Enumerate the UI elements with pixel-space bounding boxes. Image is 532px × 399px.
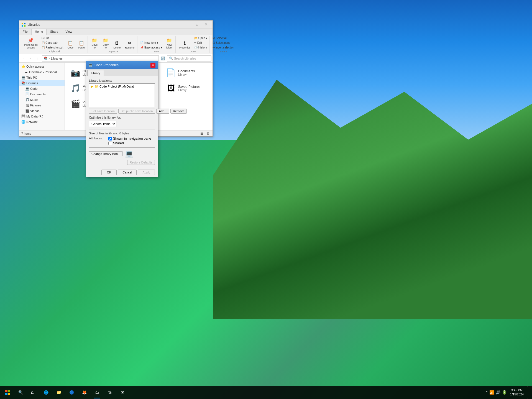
rename-button[interactable]: ✏ Rename <box>123 39 136 50</box>
close-button[interactable]: ✕ <box>201 22 210 27</box>
paste-shortcut-button[interactable]: 📋 Paste shortcut <box>40 45 65 50</box>
pin-to-quick-access-button[interactable]: 📌 Pin to Quickaccess <box>22 36 39 50</box>
open-col: 📂 Open ▾ ✏ Edit 🕒 History <box>193 36 208 50</box>
sidebar-item-code[interactable]: 💻 Code <box>19 86 65 91</box>
shared-checkbox[interactable] <box>108 142 112 145</box>
system-clock[interactable]: 3:45 PM 1/15/2024 <box>508 388 526 397</box>
tab-view[interactable]: View <box>62 29 76 35</box>
search-box[interactable]: 🔍 Search Libraries <box>167 55 211 62</box>
location-item[interactable]: ▶ 📁 Code Project (F:\MyData) <box>89 84 155 89</box>
sidebar-item-onedrive[interactable]: ☁ OneDrive - Personal <box>19 69 65 75</box>
change-icon-button[interactable]: Change library icon... <box>89 151 123 156</box>
taskbar-app-store[interactable]: 🛍 <box>104 386 116 398</box>
set-public-save-button[interactable]: Set public save location <box>118 109 155 114</box>
optimize-select[interactable]: General items <box>89 121 116 127</box>
remove-button[interactable]: Remove <box>170 109 187 114</box>
dialog-close-button[interactable]: ✕ <box>150 63 155 68</box>
start-button[interactable] <box>1 386 14 399</box>
taskbar-app-files[interactable]: 🗂 <box>91 386 103 398</box>
shown-in-nav-checkbox[interactable] <box>108 137 112 140</box>
new-item-button[interactable]: 📄 New item ▾ <box>139 41 163 45</box>
taskbar-app-chrome[interactable]: 🔵 <box>65 386 78 398</box>
cancel-button[interactable]: Cancel <box>118 170 137 175</box>
search-taskbar-button[interactable]: 🔍 <box>14 386 27 398</box>
videos-icon: 🎬 <box>25 109 29 113</box>
copy-to-button[interactable]: 📁 Copyto <box>101 36 111 50</box>
chevron-up-icon[interactable]: ^ <box>486 390 488 395</box>
sidebar-item-music[interactable]: 🎵 Music <box>19 97 65 103</box>
maximize-button[interactable]: □ <box>193 22 201 27</box>
tab-home[interactable]: Home <box>31 29 47 35</box>
dialog-tab-bar: Library <box>86 69 158 76</box>
tab-share[interactable]: Share <box>47 29 62 35</box>
set-save-location-button[interactable]: Set save location <box>89 109 117 114</box>
large-icons-view-button[interactable]: ⊞ <box>205 131 210 136</box>
window-icon <box>21 22 26 27</box>
up-button[interactable]: ↑ <box>35 55 41 62</box>
select-none-button[interactable]: ☐ Select none <box>211 41 235 45</box>
sidebar-item-network[interactable]: 🌐 Network <box>19 119 65 125</box>
cut-button[interactable]: ✂ Cut <box>40 36 65 40</box>
list-item[interactable]: 🖼 Saved Pictures Library <box>164 81 209 95</box>
paste-button[interactable]: 📋 Paste <box>76 39 86 50</box>
forward-button[interactable]: › <box>27 55 34 62</box>
taskbar-app-firefox[interactable]: 🦊 <box>78 386 90 398</box>
copy-path-button[interactable]: 📋 Copy path <box>40 41 65 45</box>
task-view-button[interactable]: 🗂 <box>27 386 39 398</box>
show-desktop-button[interactable] <box>527 386 529 398</box>
desktop: Libraries — □ ✕ File Home Share View <box>0 0 532 399</box>
location-folder-icon: 📁 <box>94 85 98 88</box>
refresh-button[interactable]: 🔄 <box>160 55 166 62</box>
sidebar-item-my-data[interactable]: 💾 My Data (F:) <box>19 114 65 119</box>
copy-button[interactable]: 📋 Copy <box>65 39 75 50</box>
easy-access-button[interactable]: 📌 Easy access ▾ <box>139 45 163 50</box>
delete-button[interactable]: 🗑 Delete <box>112 39 122 50</box>
restore-defaults-button[interactable]: Restore Defaults <box>127 160 155 165</box>
network-tray-icon[interactable]: 📶 <box>489 390 494 395</box>
taskbar-app-mail[interactable]: ✉ <box>116 386 129 398</box>
sidebar-item-this-pc[interactable]: 💻 This PC <box>19 75 65 80</box>
sidebar-item-videos[interactable]: 🎬 Videos <box>19 108 65 114</box>
address-path[interactable]: 📚 › Libraries <box>42 55 159 62</box>
back-button[interactable]: ‹ <box>20 55 26 62</box>
sidebar-item-quick-access[interactable]: ⭐ Quick access <box>19 64 65 69</box>
icon-row: Change library icon... 💻 <box>89 150 155 158</box>
clipboard-items: 📌 Pin to Quickaccess ✂ Cut 📋 Copy path 📋… <box>22 36 86 50</box>
sidebar-item-pictures[interactable]: 🖼 Pictures <box>19 103 65 108</box>
details-view-button[interactable]: ☰ <box>199 131 204 136</box>
path-icon: 📚 <box>44 57 48 60</box>
select-all-button[interactable]: ☑ Select all <box>211 36 235 40</box>
minimize-button[interactable]: — <box>184 22 193 27</box>
tray-icons: ^ 📶 🔊 🔋 <box>486 390 507 395</box>
move-to-button[interactable]: 📁 Moveto <box>89 36 99 50</box>
svg-rect-4 <box>5 390 7 392</box>
search-placeholder: Search Libraries <box>174 57 196 60</box>
sidebar-label-code: Code <box>30 87 37 90</box>
taskbar-app-edge[interactable]: 🌐 <box>40 386 52 398</box>
battery-icon[interactable]: 🔋 <box>502 390 507 395</box>
apply-button[interactable]: Apply <box>138 170 155 175</box>
ok-button[interactable]: OK <box>101 170 117 175</box>
volume-icon[interactable]: 🔊 <box>496 390 500 395</box>
properties-button[interactable]: ℹ Properties <box>177 39 192 50</box>
sidebar-item-documents[interactable]: 📄 Documents <box>19 91 65 97</box>
invert-selection-button[interactable]: ↩ Invert selection <box>211 45 235 50</box>
tab-file[interactable]: File <box>19 29 31 35</box>
new-folder-button[interactable]: 📁 Newfolder <box>164 36 174 50</box>
dialog-tab-library[interactable]: Library <box>87 70 104 76</box>
list-item[interactable]: 📄 Documents Library <box>164 66 209 79</box>
open-items: ℹ Properties 📂 Open ▾ ✏ Edit 🕒 History <box>177 36 208 50</box>
clock-time: 3:45 PM <box>510 388 524 392</box>
edit-button[interactable]: ✏ Edit <box>193 41 208 45</box>
search-icon: 🔍 <box>169 57 173 60</box>
sidebar-label-this-pc: This PC <box>26 76 37 79</box>
sidebar-item-libraries[interactable]: 📚 Libraries <box>19 80 65 86</box>
add-button[interactable]: Add... <box>156 109 169 114</box>
organize-label: Organize <box>108 50 118 53</box>
history-button[interactable]: 🕒 History <box>193 45 208 50</box>
open-button[interactable]: 📂 Open ▾ <box>193 36 208 40</box>
item-count: 7 items <box>21 132 31 135</box>
taskbar-app-explorer[interactable]: 📁 <box>53 386 65 398</box>
taskbar-apps: 🌐 📁 🔵 🦊 🗂 🛍 ✉ <box>39 386 484 399</box>
pictures-icon: 🖼 <box>25 103 29 107</box>
